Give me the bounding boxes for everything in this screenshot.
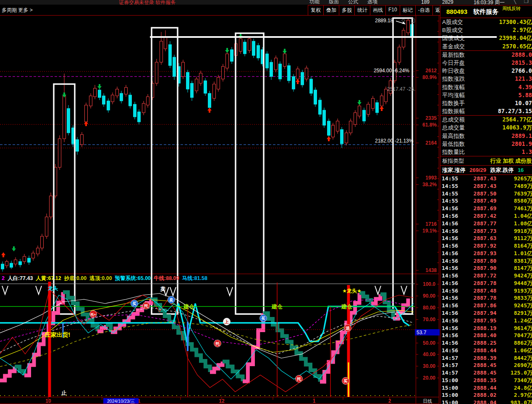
- candle: [160, 41, 163, 62]
- candle: [328, 121, 330, 135]
- quote-label: 指数振幅: [442, 107, 465, 115]
- indicator-annotation: 建仓: [341, 304, 352, 310]
- v-mark: [401, 286, 407, 294]
- chart-canvas[interactable]: 2889.182594.00 -6.24%2517.47 -25.2182.00…: [0, 15, 440, 404]
- signal-badge: 买: [260, 315, 267, 322]
- time-axis: 10112122024/10/23/三日线: [45, 397, 432, 404]
- tick-row[interactable]: 14:562887.948291万: [440, 309, 532, 317]
- tick-row[interactable]: 14:562888.441.06亿: [440, 347, 532, 354]
- tick-row[interactable]: 14:562887.908147万: [440, 264, 532, 272]
- tick-row[interactable]: 14:572888.398442万: [440, 354, 532, 362]
- stat-number-2: 2829: [442, 0, 453, 5]
- tick-row[interactable]: 14:562888.407047万: [440, 332, 532, 339]
- tick-row[interactable]: 14:572888.45125.0万: [440, 369, 532, 377]
- tick-row[interactable]: 14:562887.739918万: [440, 227, 532, 235]
- drawn-horizontal-line[interactable]: [150, 36, 497, 38]
- tick-row[interactable]: 14:562887.928164万: [440, 242, 532, 250]
- quote-label: 指数涨跌: [442, 75, 465, 83]
- candle: [231, 50, 233, 61]
- candle: [58, 139, 61, 167]
- toolbar-button-标记[interactable]: 标记: [400, 5, 416, 15]
- tick-row[interactable]: 14:562887.951.24亿: [440, 317, 532, 325]
- price-axis: 261280.9%233561.8%2164199338.2%171619.1%…: [416, 21, 439, 273]
- tick-row[interactable]: 14:562887.789833万: [440, 294, 532, 302]
- tick-row[interactable]: 14:562887.697461万: [440, 205, 532, 212]
- tick-list[interactable]: 14:552887.439265万14:552887.437489万14:552…: [440, 175, 532, 404]
- tick-row[interactable]: 14:562888.258862万: [440, 339, 532, 347]
- window-control-icon[interactable]: ╲: [513, 0, 516, 4]
- window-control-icon[interactable]: ❐: [524, 0, 529, 4]
- candle: [305, 68, 308, 79]
- quote-value: 10.07: [515, 99, 532, 107]
- signal-badge: 托: [143, 302, 150, 309]
- menu-3[interactable]: 选项: [367, 0, 377, 5]
- svg-text:2335: 2335: [425, 115, 437, 121]
- tick-row[interactable]: 14:562887.639112万: [440, 235, 532, 242]
- tick-row[interactable]: 15:002888.357340万: [440, 377, 532, 384]
- quote-row: 今日开盘2815.3: [440, 59, 532, 67]
- indicator-value-badge: 53.7: [415, 329, 440, 335]
- tick-row[interactable]: 14:552887.437489万: [440, 182, 532, 190]
- indicator-panel: 2 人白:77.43 人黄:67.12 抄底:0.00 逃顶:0.00 预警系统…: [0, 275, 415, 397]
- v-mark: [375, 286, 381, 294]
- svg-text:90.00: 90.00: [423, 293, 435, 299]
- quote-row: 最低指数2801.9: [440, 140, 532, 148]
- clock: 16:03:39 周一: [474, 0, 505, 5]
- tick-row[interactable]: 15:002888.4424.8亿: [440, 384, 532, 392]
- quote-row: 指数量比1.3: [440, 148, 532, 156]
- tick-row[interactable]: 15:002888.022.97亿: [440, 391, 532, 399]
- index-stats-section: 最新指数2888.0今日开盘2815.3昨日收盘2766.0指数涨跌121.3指…: [440, 51, 532, 116]
- candle: [208, 93, 211, 108]
- candle: [191, 83, 194, 98]
- drawn-rectangle[interactable]: [236, 33, 264, 314]
- tick-row[interactable]: 14:562887.931.01亿: [440, 250, 532, 257]
- tick-row[interactable]: 14:562887.489193万: [440, 287, 532, 295]
- candle: [134, 104, 136, 117]
- period-switcher[interactable]: 多周期 更多 >: [2, 7, 33, 14]
- quote-row: 昨日收盘2766.0: [440, 67, 532, 75]
- menu-1[interactable]: 版面: [329, 0, 339, 5]
- signal-badge: 托+: [90, 311, 97, 318]
- quote-header[interactable]: 880493 软件服务 周线反转: [440, 5, 532, 18]
- tick-row[interactable]: 14:562887.869245万: [440, 302, 532, 309]
- tick-row[interactable]: 14:562888.199614万: [440, 325, 532, 332]
- menu-0[interactable]: 功能: [309, 0, 320, 5]
- candle: [125, 87, 128, 94]
- candle: [222, 66, 225, 79]
- date-tooltip: 2024/10/23/三: [103, 398, 139, 404]
- tick-row[interactable]: 14:552887.507639万: [440, 190, 532, 198]
- tick-row[interactable]: 14:552887.439265万: [440, 175, 532, 182]
- toolbar-button--自选[interactable]: -自选: [416, 5, 433, 15]
- menu-2[interactable]: 公式: [348, 0, 358, 5]
- highlight-boxes: [54, 18, 412, 314]
- tick-row[interactable]: 14:562887.789448万: [440, 280, 532, 287]
- toolbar-button-F10[interactable]: F10: [386, 5, 400, 15]
- svg-text:2594.00 -6.24%: 2594.00 -6.24%: [374, 68, 409, 74]
- tick-row[interactable]: 15:002888.04983.0万: [440, 399, 532, 404]
- candle: [252, 41, 255, 55]
- toolbar-button-画线[interactable]: 画线: [370, 5, 386, 15]
- tick-row[interactable]: 14:562887.808381万: [440, 257, 532, 265]
- candle: [120, 93, 123, 101]
- tick-row[interactable]: 14:562887.771.08亿: [440, 220, 532, 227]
- toolbar-button-多股[interactable]: 多股: [339, 5, 355, 15]
- candle: [67, 108, 70, 133]
- quote-label: 基金成交: [442, 42, 465, 50]
- quote-value: 87.27/3.15: [498, 107, 532, 115]
- tick-row[interactable]: 14:562887.421.04亿: [440, 212, 532, 220]
- tick-row[interactable]: 14:552887.498580万: [440, 197, 532, 205]
- tick-row[interactable]: 14:562887.729424万: [440, 272, 532, 280]
- svg-text:53.7: 53.7: [417, 330, 427, 335]
- tick-row[interactable]: 14:572888.452690万: [440, 362, 532, 369]
- candle: [98, 90, 101, 98]
- toolbar-button-叠加[interactable]: 叠加: [324, 5, 339, 15]
- toolbar-button-复权[interactable]: 复权: [308, 5, 324, 15]
- candle: [398, 47, 401, 62]
- candle: [32, 253, 35, 258]
- candle: [358, 106, 361, 116]
- svg-text:50.00: 50.00: [423, 340, 435, 346]
- toolbar-button-统计[interactable]: 统计: [355, 5, 370, 15]
- signal-badge: 上: [223, 318, 231, 325]
- period-label[interactable]: 日线: [423, 399, 432, 404]
- signal-badge: 卖: [168, 296, 175, 304]
